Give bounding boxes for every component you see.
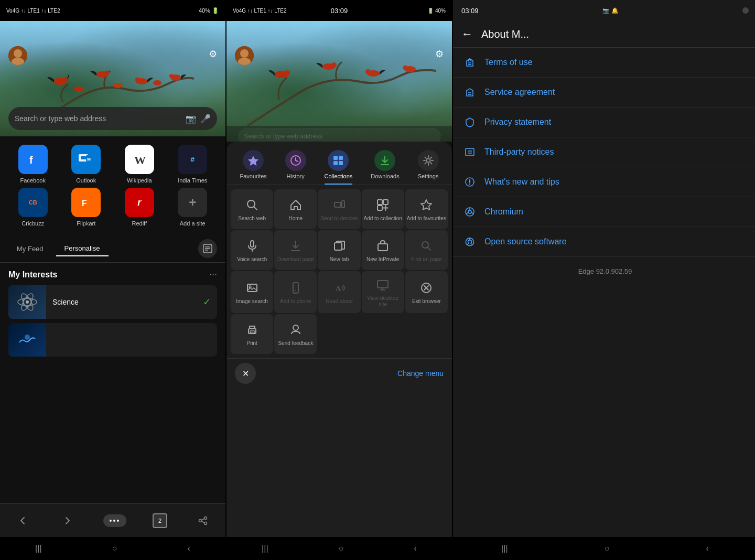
collections-tab-label: Collections <box>325 173 353 179</box>
action-voice-search[interactable]: Voice search <box>231 230 273 270</box>
science-label: Science <box>52 298 197 306</box>
middle-android-back[interactable]: ‹ <box>414 544 417 553</box>
change-menu-button[interactable]: Change menu <box>397 369 444 378</box>
right-android-home[interactable]: ○ <box>605 544 610 553</box>
svg-point-99 <box>469 184 470 185</box>
avatar[interactable] <box>8 46 27 65</box>
action-exit-browser[interactable]: Exit browser <box>405 271 448 313</box>
svg-point-32 <box>204 516 207 519</box>
action-add-favourites[interactable]: Add to favourites <box>405 189 448 229</box>
menu-item-chromium[interactable]: Chromium <box>453 197 755 227</box>
action-view-desktop[interactable]: View desktop site <box>362 271 404 313</box>
menu-item-whats-new[interactable]: What's new and tips <box>453 167 755 197</box>
svg-point-9 <box>113 83 123 88</box>
action-send-feedback[interactable]: Send feedback <box>274 314 317 354</box>
sheet-tab-collections[interactable]: Collections <box>325 150 353 185</box>
action-image-search[interactable]: Image search <box>231 271 273 313</box>
interests-more-button[interactable]: ··· <box>209 269 217 280</box>
android-home-btn[interactable]: ○ <box>112 544 117 553</box>
action-send-devices[interactable]: Send to devices <box>318 189 360 229</box>
middle-settings-icon[interactable]: ⚙ <box>435 48 444 60</box>
middle-panel: Vo4G ↑↓ LTE1 ↑↓ LTE2 03:09 🔋 40% <box>226 0 452 560</box>
tab-personalise[interactable]: Personalise <box>56 241 109 256</box>
svg-rect-63 <box>378 200 382 204</box>
quick-link-rediff[interactable]: r Rediff <box>115 188 164 227</box>
svg-rect-78 <box>293 283 298 293</box>
whats-new-icon <box>463 176 476 188</box>
action-find-on-page[interactable]: Find on page <box>405 230 448 270</box>
middle-hero: ⚙ <box>226 21 452 142</box>
interest-science[interactable]: Science ✓ <box>8 285 217 319</box>
about-header: ← About M... <box>453 21 755 48</box>
left-android-nav: ||| ○ ‹ <box>0 537 225 560</box>
more-button[interactable]: ••• <box>103 514 127 527</box>
action-read-aloud[interactable]: A Read aloud <box>318 271 360 313</box>
svg-point-42 <box>365 69 371 74</box>
svg-point-101 <box>468 210 471 213</box>
action-new-tab[interactable]: New tab <box>318 230 360 270</box>
search-bar[interactable]: Search or type web address 📷 🎤 <box>8 107 217 130</box>
downloads-tab-label: Downloads <box>371 173 399 179</box>
about-back-button[interactable]: ← <box>461 27 473 41</box>
image-search-label: Image search <box>236 298 268 305</box>
home-icon <box>287 197 304 213</box>
menu-item-terms[interactable]: Terms of use <box>453 48 755 78</box>
settings-icon-top[interactable]: ⚙ <box>209 48 217 60</box>
action-home[interactable]: Home <box>274 189 317 229</box>
read-aloud-label: Read aloud <box>326 298 352 305</box>
forward-button[interactable] <box>58 511 77 530</box>
quick-link-flipkart[interactable]: F Flipkart <box>62 188 111 227</box>
android-menu-btn[interactable]: ||| <box>35 544 41 553</box>
action-search-web[interactable]: Search web <box>231 189 273 229</box>
menu-item-service[interactable]: Service agreement <box>453 78 755 107</box>
quick-link-add[interactable]: + Add a site <box>168 188 218 227</box>
privacy-icon <box>463 116 476 128</box>
back-button[interactable] <box>13 511 32 530</box>
middle-android-home[interactable]: ○ <box>339 544 344 553</box>
quick-link-wikipedia[interactable]: W Wikipedia <box>115 145 164 184</box>
sheet-tab-settings[interactable]: Settings <box>418 150 439 185</box>
right-android-back[interactable]: ‹ <box>706 544 709 553</box>
quick-link-indiatimes[interactable]: # India Times <box>168 145 218 184</box>
sheet-tab-downloads[interactable]: Downloads <box>371 150 399 185</box>
downloads-tab-icon <box>374 150 395 171</box>
quick-link-facebook[interactable]: f Facebook <box>8 145 58 184</box>
action-add-collection[interactable]: Add to collection <box>362 189 404 229</box>
hero-image: ⚙ Search or type web address 📷 🎤 <box>0 21 225 136</box>
tab-my-feed[interactable]: My Feed <box>8 242 52 256</box>
tabs-count[interactable]: 2 <box>153 513 167 528</box>
left-panel: Vo4G ↑↓ LTE1 ↑↓ LTE2 40% 🔋 <box>0 0 225 560</box>
middle-avatar[interactable] <box>235 46 254 65</box>
svg-text:A: A <box>336 285 341 293</box>
action-new-inprivate[interactable]: New InPrivate <box>362 230 404 270</box>
action-download-page[interactable]: Download page <box>274 230 317 270</box>
middle-android-menu[interactable]: ||| <box>262 544 268 553</box>
feed-edit-button[interactable] <box>198 239 217 258</box>
middle-android-nav: ||| ○ ‹ <box>226 537 452 560</box>
third-party-label: Third-party notices <box>484 147 554 157</box>
mic-icon[interactable]: 🎤 <box>200 114 211 124</box>
menu-item-privacy[interactable]: Privacy statement <box>453 107 755 137</box>
quick-link-outlook[interactable]: ✉ Outlook <box>62 145 111 184</box>
svg-rect-72 <box>335 243 342 250</box>
camera-icon[interactable]: 📷 <box>186 114 196 124</box>
outlook-icon: ✉ <box>71 145 101 174</box>
share-button[interactable] <box>193 511 212 530</box>
right-android-menu[interactable]: ||| <box>501 544 508 553</box>
sheet-tab-history[interactable]: History <box>285 150 306 185</box>
bottom-nav: ••• 2 <box>0 503 225 537</box>
svg-line-36 <box>201 521 204 523</box>
interest-ocean[interactable] <box>8 323 217 357</box>
history-tab-label: History <box>287 173 305 179</box>
quick-link-cricbuzz[interactable]: CB Cricbuzz <box>8 188 58 227</box>
svg-rect-60 <box>335 202 341 207</box>
menu-item-third-party[interactable]: Third-party notices <box>453 137 755 167</box>
sheet-tab-favourites[interactable]: Favourites <box>240 150 266 185</box>
action-print[interactable]: Print <box>231 314 273 354</box>
close-sheet-button[interactable]: ✕ <box>235 363 256 384</box>
svg-rect-53 <box>339 156 343 160</box>
menu-item-open-source[interactable]: Open source software <box>453 227 755 257</box>
action-add-to-phone[interactable]: Add to phone <box>274 271 317 313</box>
android-back-btn[interactable]: ‹ <box>188 544 190 553</box>
send-feedback-icon <box>287 321 304 338</box>
